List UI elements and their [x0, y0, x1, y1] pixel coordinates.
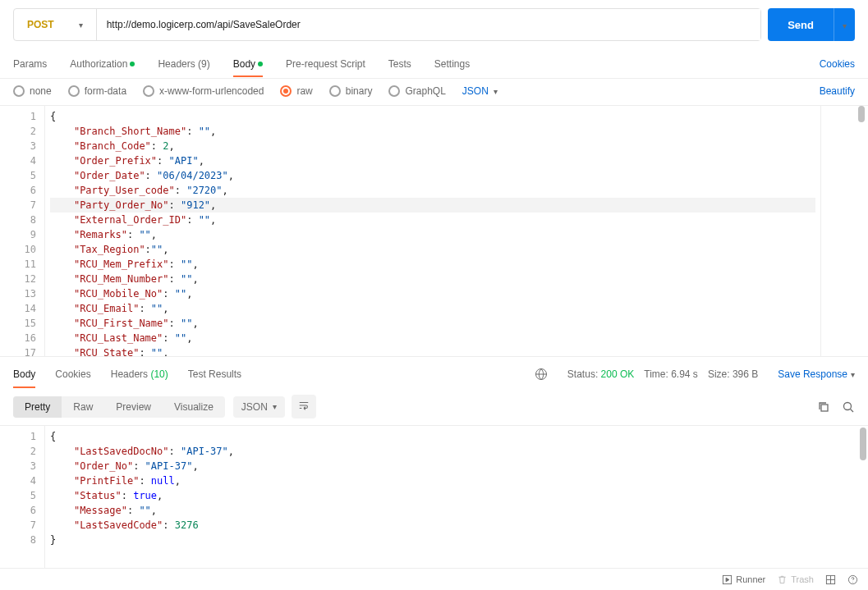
method-url-group: POST ▾	[13, 8, 761, 41]
body-type-formdata[interactable]: form-data	[68, 85, 126, 97]
save-response-link[interactable]: Save Response▾	[778, 368, 855, 380]
radio-icon	[13, 85, 25, 97]
request-bar: POST ▾ Send ▾	[0, 0, 868, 49]
time-value: 6.94 s	[671, 368, 698, 380]
headers-label: Headers	[111, 368, 151, 380]
footer: Runner Trash	[0, 569, 868, 590]
tab-body[interactable]: Body	[233, 52, 263, 76]
request-editor: 1234567891011121314151617 { "Branch_Shor…	[0, 105, 868, 356]
minimap[interactable]	[820, 106, 868, 356]
tab-tests[interactable]: Tests	[388, 52, 411, 76]
globe-icon[interactable]	[535, 368, 548, 381]
size-label: Size:	[708, 368, 730, 380]
layout-icon	[825, 574, 836, 585]
scrollbar-thumb[interactable]	[858, 106, 865, 122]
save-response-label: Save Response	[778, 368, 847, 380]
footer-runner-label: Runner	[736, 574, 765, 584]
dot-icon	[258, 62, 263, 66]
response-tab-cookies[interactable]: Cookies	[55, 364, 90, 385]
send-button[interactable]: Send	[768, 8, 834, 41]
response-tab-testresults[interactable]: Test Results	[188, 364, 241, 385]
radio-icon	[280, 85, 292, 97]
scrollbar-vertical[interactable]	[857, 106, 866, 356]
wrap-icon	[298, 400, 310, 411]
tab-authorization[interactable]: Authorization	[70, 52, 135, 76]
method-label: POST	[27, 19, 54, 30]
cookies-link[interactable]: Cookies	[820, 58, 855, 70]
status-label: Status:	[567, 368, 598, 380]
body-type-urlencoded[interactable]: x-www-form-urlencoded	[143, 85, 264, 97]
copy-icon[interactable]	[817, 400, 830, 414]
url-input[interactable]	[97, 9, 761, 40]
footer-layout[interactable]	[825, 574, 836, 585]
body-type-row: none form-data x-www-form-urlencoded raw…	[0, 79, 868, 105]
footer-runner[interactable]: Runner	[722, 574, 765, 585]
response-scrollbar[interactable]	[857, 426, 868, 568]
response-toolbar: Pretty Raw Preview Visualize JSON▾	[0, 388, 868, 426]
format-label: JSON	[241, 401, 268, 413]
tab-headers[interactable]: Headers (9)	[158, 52, 209, 76]
body-type-binary[interactable]: binary	[329, 85, 373, 97]
radio-icon	[388, 85, 400, 97]
send-dropdown[interactable]: ▾	[834, 8, 855, 41]
tab-prerequest[interactable]: Pre-request Script	[286, 52, 365, 76]
search-icon[interactable]	[842, 400, 855, 414]
response-gutter: 12345678	[0, 426, 45, 568]
tab-params[interactable]: Params	[13, 52, 47, 76]
view-raw[interactable]: Raw	[62, 396, 104, 418]
response-code[interactable]: { "LastSavedDocNo": "API-37", "Order_No"…	[45, 426, 857, 568]
svg-point-2	[844, 402, 852, 409]
footer-trash-label: Trash	[791, 574, 814, 584]
radio-icon	[329, 85, 341, 97]
dot-icon	[130, 62, 135, 66]
response-format-select[interactable]: JSON▾	[233, 396, 285, 418]
response-tab-body[interactable]: Body	[13, 364, 35, 385]
response-editor: 12345678 { "LastSavedDocNo": "API-37", "…	[0, 426, 868, 569]
radio-icon	[143, 85, 154, 97]
footer-trash[interactable]: Trash	[777, 574, 814, 585]
status-value: 200 OK	[601, 368, 635, 380]
request-gutter: 1234567891011121314151617	[0, 106, 45, 356]
view-pill-group: Pretty Raw Preview Visualize	[13, 396, 225, 418]
view-pretty[interactable]: Pretty	[13, 396, 62, 418]
body-type-none[interactable]: none	[13, 85, 52, 97]
send-button-group: Send ▾	[768, 8, 855, 41]
request-code[interactable]: { "Branch_Short_Name": "", "Branch_Code"…	[45, 106, 820, 356]
scrollbar-thumb[interactable]	[860, 428, 866, 460]
play-square-icon	[722, 574, 733, 585]
radio-label: none	[30, 85, 52, 97]
radio-label: raw	[296, 85, 312, 97]
chevron-down-icon: ▾	[851, 370, 855, 379]
chevron-down-icon: ▾	[843, 21, 847, 30]
method-select[interactable]: POST ▾	[14, 9, 97, 40]
request-tabs: Params Authorization Headers (9) Body Pr…	[0, 49, 868, 79]
time-label: Time:	[644, 368, 668, 380]
svg-rect-1	[821, 405, 828, 411]
footer-help[interactable]	[847, 574, 858, 585]
size-value: 396 B	[733, 368, 758, 380]
body-format-select[interactable]: JSON▾	[462, 85, 498, 97]
response-header: Body Cookies Headers (10) Test Results S…	[0, 356, 868, 388]
response-tab-headers[interactable]: Headers (10)	[111, 364, 168, 385]
tab-settings[interactable]: Settings	[434, 52, 470, 76]
headers-count: (10)	[150, 368, 168, 380]
chevron-down-icon: ▾	[494, 87, 498, 96]
trash-icon	[777, 574, 788, 585]
wrap-lines-button[interactable]	[292, 395, 316, 418]
body-type-raw[interactable]: raw	[280, 85, 312, 97]
format-label: JSON	[462, 85, 489, 97]
radio-label: x-www-form-urlencoded	[159, 85, 264, 97]
view-preview[interactable]: Preview	[104, 396, 163, 418]
chevron-down-icon: ▾	[273, 402, 277, 411]
radio-icon	[68, 85, 80, 97]
status-block: Status: 200 OK Time: 6.94 s Size: 396 B	[567, 368, 758, 380]
radio-label: form-data	[85, 85, 126, 97]
body-type-graphql[interactable]: GraphQL	[388, 85, 445, 97]
radio-label: GraphQL	[405, 85, 445, 97]
view-visualize[interactable]: Visualize	[163, 396, 225, 418]
tab-body-label: Body	[233, 58, 255, 70]
chevron-down-icon: ▾	[79, 21, 83, 30]
radio-label: binary	[346, 85, 373, 97]
help-icon	[847, 574, 858, 585]
beautify-link[interactable]: Beautify	[820, 85, 855, 97]
